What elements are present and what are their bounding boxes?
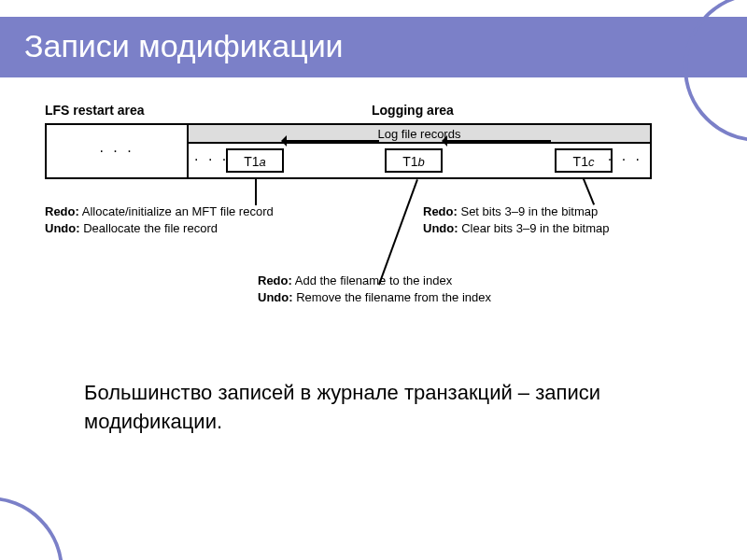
slide-title: Записи модификации	[24, 28, 344, 64]
decorative-arc-bottom-left	[0, 497, 63, 560]
anno-b-undo-text: Remove the filename from the index	[296, 290, 491, 304]
arrow-b-to-a	[286, 140, 379, 142]
records-header: Log file records	[189, 125, 650, 144]
anno-a-undo-text: Deallocate the file record	[83, 221, 218, 235]
title-underline	[0, 75, 747, 77]
leader-line-a	[255, 179, 257, 205]
body-text: Большинство записей в журнале транзакций…	[84, 379, 663, 437]
anno-c-redo-text: Set bits 3–9 in the bitmap	[460, 204, 598, 218]
annotation-a: Redo: Allocate/initialize an MFT file re…	[45, 203, 353, 237]
record-b-prefix: T1	[402, 154, 417, 169]
ellipsis-left: · · ·	[194, 151, 229, 168]
anno-c-undo-label: Undo:	[423, 221, 458, 235]
log-container: · · · Log file records · · · T1a T1b T1c…	[45, 123, 652, 179]
anno-a-undo-label: Undo:	[45, 221, 80, 235]
log-diagram: LFS restart area Logging area · · · Log …	[45, 103, 702, 317]
title-band: Записи модификации	[0, 17, 747, 75]
anno-a-redo-text: Allocate/initialize an MFT file record	[82, 204, 274, 218]
label-restart-area: LFS restart area	[45, 103, 145, 118]
leader-line-c	[583, 178, 595, 205]
arrow-c-to-b	[446, 140, 551, 142]
annotation-c: Redo: Set bits 3–9 in the bitmap Undo: C…	[423, 203, 703, 237]
anno-c-undo-text: Clear bits 3–9 in the bitmap	[461, 221, 609, 235]
record-c-prefix: T1	[573, 154, 588, 169]
record-t1b: T1b	[385, 148, 443, 173]
anno-b-redo-text: Add the filename to the index	[295, 273, 452, 287]
record-c-suffix: c	[588, 155, 595, 169]
ellipsis-right: · · ·	[608, 151, 642, 168]
restart-cell: · · ·	[47, 125, 189, 177]
record-t1a: T1a	[226, 148, 284, 173]
records-body: · · · T1a T1b T1c · · ·	[189, 144, 650, 177]
record-a-suffix: a	[260, 155, 266, 169]
anno-b-undo-label: Undo:	[258, 290, 293, 304]
record-t1c: T1c	[555, 148, 613, 173]
record-b-suffix: b	[418, 155, 425, 169]
anno-c-redo-label: Redo:	[423, 204, 458, 218]
record-a-prefix: T1	[244, 154, 259, 169]
anno-b-redo-label: Redo:	[258, 273, 292, 287]
label-logging-area: Logging area	[372, 103, 454, 118]
leader-line-b	[378, 179, 418, 285]
annotation-b: Redo: Add the filename to the index Undo…	[258, 273, 594, 306]
anno-a-redo-label: Redo:	[45, 204, 79, 218]
